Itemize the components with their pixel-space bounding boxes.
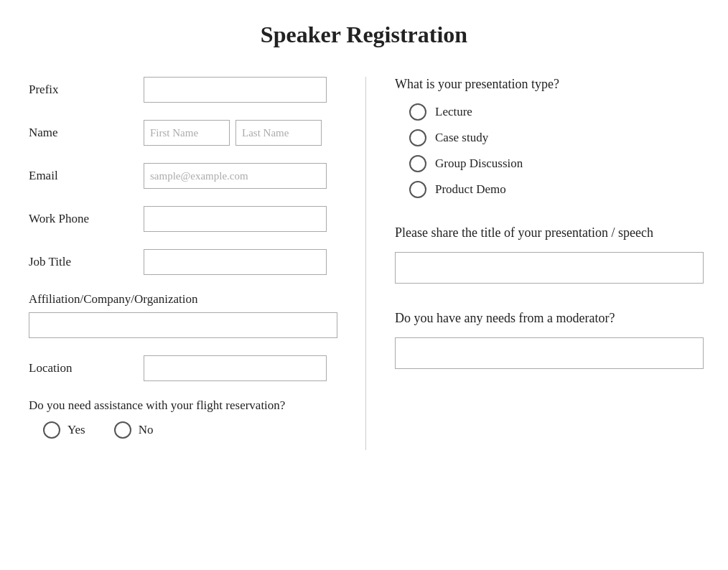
- group-discussion-radio[interactable]: [409, 155, 426, 172]
- flight-question: Do you need assistance with your flight …: [29, 398, 344, 413]
- right-column: What is your presentation type? Lecture …: [366, 77, 718, 383]
- affiliation-block: Affiliation/Company/Organization: [29, 292, 344, 338]
- job-title-input[interactable]: [144, 249, 327, 275]
- email-input[interactable]: [144, 163, 327, 189]
- presentation-type-section: What is your presentation type? Lecture …: [395, 77, 704, 198]
- flight-yes-radio[interactable]: [43, 421, 60, 439]
- name-row: Name: [29, 120, 344, 146]
- product-demo-radio[interactable]: [409, 181, 426, 198]
- prefix-input[interactable]: [144, 77, 327, 103]
- flight-no-label: No: [139, 423, 154, 437]
- work-phone-input[interactable]: [144, 206, 327, 232]
- product-demo-label: Product Demo: [435, 182, 506, 197]
- first-name-input[interactable]: [144, 120, 230, 146]
- affiliation-input[interactable]: [29, 312, 337, 338]
- presentation-title-input[interactable]: [395, 252, 704, 284]
- presentation-type-radio-list: Lecture Case study Group Discussion Prod…: [395, 103, 704, 198]
- last-name-input[interactable]: [235, 120, 322, 146]
- location-input[interactable]: [144, 355, 327, 381]
- work-phone-label: Work Phone: [29, 212, 144, 226]
- presentation-option-case-study[interactable]: Case study: [409, 129, 704, 146]
- presentation-type-question: What is your presentation type?: [395, 77, 704, 92]
- case-study-label: Case study: [435, 131, 488, 145]
- work-phone-row: Work Phone: [29, 206, 344, 232]
- flight-no-option[interactable]: No: [114, 421, 154, 439]
- case-study-radio[interactable]: [409, 129, 426, 146]
- job-title-label: Job Title: [29, 255, 144, 269]
- name-inputs: [144, 120, 322, 146]
- lecture-label: Lecture: [435, 105, 472, 119]
- moderator-section: Do you have any needs from a moderator?: [395, 309, 704, 369]
- prefix-label: Prefix: [29, 83, 144, 97]
- lecture-radio[interactable]: [409, 103, 426, 121]
- name-label: Name: [29, 126, 144, 140]
- page-title: Speaker Registration: [14, 22, 714, 48]
- flight-no-radio[interactable]: [114, 421, 131, 439]
- title-section: Please share the title of your presentat…: [395, 224, 704, 284]
- location-row: Location: [29, 355, 344, 381]
- flight-yes-option[interactable]: Yes: [43, 421, 85, 439]
- presentation-option-group-discussion[interactable]: Group Discussion: [409, 155, 704, 172]
- presentation-option-lecture[interactable]: Lecture: [409, 103, 704, 121]
- page-container: Speaker Registration Prefix Name Email: [0, 0, 728, 570]
- group-discussion-label: Group Discussion: [435, 156, 523, 171]
- form-layout: Prefix Name Email Work Phone: [14, 77, 714, 450]
- title-question: Please share the title of your presentat…: [395, 224, 704, 242]
- moderator-needs-input[interactable]: [395, 337, 704, 369]
- presentation-option-product-demo[interactable]: Product Demo: [409, 181, 704, 198]
- job-title-row: Job Title: [29, 249, 344, 275]
- moderator-question: Do you have any needs from a moderator?: [395, 309, 704, 327]
- flight-block: Do you need assistance with your flight …: [29, 398, 344, 439]
- flight-radio-group: Yes No: [29, 421, 344, 439]
- location-label: Location: [29, 361, 144, 375]
- flight-yes-label: Yes: [67, 423, 85, 437]
- affiliation-label: Affiliation/Company/Organization: [29, 292, 344, 307]
- email-label: Email: [29, 169, 144, 183]
- email-row: Email: [29, 163, 344, 189]
- left-column: Prefix Name Email Work Phone: [14, 77, 366, 450]
- prefix-row: Prefix: [29, 77, 344, 103]
